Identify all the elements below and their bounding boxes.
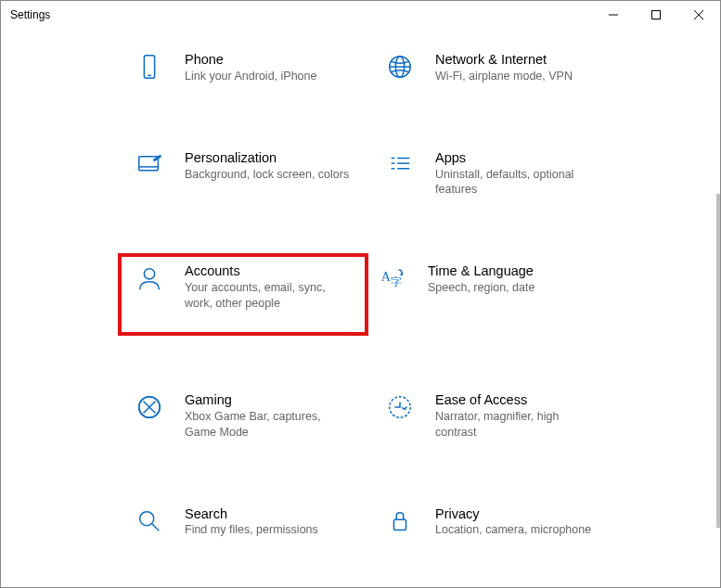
personalization-icon: [131, 149, 168, 198]
category-desc: Link your Android, iPhone: [185, 69, 352, 84]
category-time-language[interactable]: A字Time & LanguageSpeech, region, date: [365, 257, 615, 332]
apps-icon: [381, 149, 418, 198]
accounts-icon: [131, 262, 168, 312]
category-desc: Wi-Fi, airplane mode, VPN: [435, 69, 602, 84]
category-title: Network & Internet: [435, 51, 613, 69]
svg-line-24: [152, 523, 160, 530]
window-title: Settings: [1, 8, 592, 21]
category-accounts[interactable]: AccountsYour accounts, email, sync, work…: [118, 253, 368, 336]
category-privacy[interactable]: PrivacyLocation, camera, microphone: [372, 500, 623, 544]
network-icon: [381, 51, 418, 84]
category-desc: Speech, region, date: [428, 280, 595, 296]
category-title: Search: [185, 505, 363, 523]
phone-icon: [131, 51, 168, 84]
category-phone[interactable]: PhoneLink your Android, iPhone: [122, 45, 372, 90]
category-desc: Uninstall, defaults, optional features: [435, 167, 602, 198]
svg-text:字: 字: [391, 275, 402, 288]
category-apps[interactable]: AppsUninstall, defaults, optional featur…: [372, 144, 623, 204]
category-title: Personalization: [185, 149, 363, 167]
category-title: Time & Language: [428, 262, 606, 280]
category-personalization[interactable]: PersonalizationBackground, lock screen, …: [122, 144, 372, 204]
close-button[interactable]: [677, 1, 720, 29]
category-desc: Xbox Game Bar, captures, Game Mode: [185, 409, 352, 441]
category-ease-of-access[interactable]: Ease of AccessNarrator, magnifier, high …: [372, 386, 623, 446]
time-language-icon: A字: [374, 262, 411, 326]
maximize-button[interactable]: [635, 1, 677, 29]
window-controls: [592, 1, 720, 29]
privacy-icon: [381, 505, 418, 539]
category-desc: Your accounts, email, sync, work, other …: [185, 280, 352, 312]
svg-point-23: [140, 511, 154, 525]
gaming-icon: [131, 391, 168, 441]
category-gaming[interactable]: GamingXbox Game Bar, captures, Game Mode: [122, 386, 372, 446]
search-icon: [131, 505, 168, 539]
content-area: PhoneLink your Android, iPhoneNetwork & …: [1, 29, 720, 587]
settings-grid: PhoneLink your Android, iPhoneNetwork & …: [122, 45, 623, 587]
scrollbar[interactable]: [716, 194, 720, 528]
minimize-button[interactable]: [592, 1, 635, 29]
category-desc: Location, camera, microphone: [435, 522, 602, 538]
category-title: Ease of Access: [435, 391, 613, 409]
category-title: Accounts: [185, 262, 355, 280]
category-desc: Narrator, magnifier, high contrast: [435, 409, 602, 441]
ease-of-access-icon: [381, 391, 418, 441]
titlebar: Settings: [1, 1, 720, 29]
svg-text:A: A: [381, 269, 392, 284]
svg-rect-1: [652, 11, 661, 19]
category-search[interactable]: SearchFind my files, permissions: [122, 500, 372, 544]
category-desc: Background, lock screen, colors: [185, 167, 352, 183]
svg-point-17: [144, 269, 154, 279]
category-title: Privacy: [435, 505, 613, 523]
category-title: Phone: [185, 51, 363, 69]
category-desc: Find my files, permissions: [185, 522, 352, 538]
category-title: Gaming: [185, 391, 363, 409]
category-network[interactable]: Network & InternetWi-Fi, airplane mode, …: [372, 45, 623, 90]
svg-rect-4: [144, 56, 154, 78]
svg-rect-25: [393, 519, 406, 530]
category-title: Apps: [435, 149, 613, 167]
